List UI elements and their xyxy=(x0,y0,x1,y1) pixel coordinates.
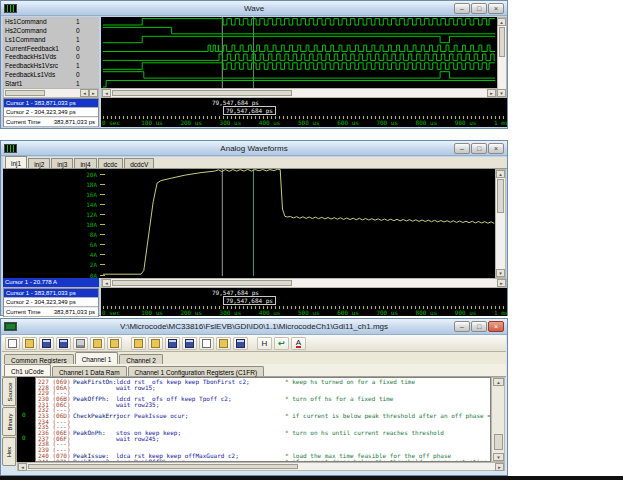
tab-inj3[interactable]: inj3 xyxy=(51,158,73,168)
tab-channel-1-configuration-registers-c1fr-[interactable]: Channel 1 Configuration Registers (C1FR) xyxy=(128,366,264,376)
analog-plot-area[interactable]: 20A18A16A14A12A10A8A6A4A2A0A xyxy=(3,169,506,278)
bottom-window-edge xyxy=(0,476,623,480)
minimize-button[interactable]: – xyxy=(454,143,470,154)
close-button[interactable]: × xyxy=(488,3,504,14)
scroll-left-icon[interactable]: ◄ xyxy=(18,463,27,471)
maximize-button[interactable]: □ xyxy=(471,3,487,14)
scroll-right-icon[interactable]: ► xyxy=(89,89,98,97)
scrollbar-thumb[interactable] xyxy=(497,179,504,213)
signal-row[interactable]: FeedbackLs1Vds0 xyxy=(3,70,99,79)
signal-row[interactable]: FeedbackHs1Vds0 xyxy=(3,52,99,61)
minimize-button[interactable]: – xyxy=(454,3,470,14)
scroll-up-icon[interactable]: ▲ xyxy=(493,378,504,386)
scroll-left-icon[interactable]: ◄ xyxy=(102,89,111,97)
scroll-up-icon[interactable]: ▲ xyxy=(497,18,506,26)
export-file-icon[interactable] xyxy=(90,337,105,350)
wave-vertical-scrollbar[interactable]: ▲ ▼ xyxy=(497,17,507,98)
minimize-button[interactable]: – xyxy=(454,321,470,332)
tab-inj1[interactable]: inj1 xyxy=(5,156,27,168)
breakpoint-marker[interactable]: 0 xyxy=(22,434,26,441)
signal-panel-scrollbar[interactable]: ◄ ► xyxy=(3,88,99,98)
editor-titlebar[interactable]: V:\Microcode\MC33816\FslEVB\GDI\ID0\1.1\… xyxy=(1,319,507,335)
tab-channel-1[interactable]: Channel 1 xyxy=(75,352,119,364)
font-button-glyph: A xyxy=(296,339,301,348)
upload-code-icon[interactable] xyxy=(148,337,163,350)
maximize-button[interactable]: □ xyxy=(471,321,487,332)
cursor-row[interactable]: Current Time383,871,033 ps xyxy=(4,118,98,127)
cursor-row[interactable]: Cursor 1 - 383,871,033 ps xyxy=(4,289,98,298)
signal-row[interactable]: Ls1Command1 xyxy=(3,35,99,44)
analog-cursor-amp-row[interactable]: Cursor 1 - 20.778 A xyxy=(3,278,99,288)
signal-row[interactable]: Hs2Command0 xyxy=(3,26,99,35)
signal-row[interactable]: Hs1Command1 xyxy=(3,17,99,26)
tab-common-registers[interactable]: Common Registers xyxy=(4,354,74,364)
side-tab-hex[interactable]: Hex xyxy=(2,437,16,466)
timeline-tick-label: 700 us xyxy=(376,309,398,316)
analog-horizontal-scrollbar[interactable]: ◄ ► xyxy=(101,278,507,288)
verify-code-icon[interactable] xyxy=(199,337,214,350)
scrollbar-thumb[interactable] xyxy=(494,434,503,450)
save-data-icon[interactable] xyxy=(165,337,180,350)
tab-ch1-ucode[interactable]: Ch1 uCode xyxy=(4,364,51,376)
transfer-icon[interactable] xyxy=(233,337,248,350)
scroll-down-icon[interactable]: ▼ xyxy=(496,269,505,277)
wave-timeline[interactable]: 79,547,684 ps 79,547,684 ps 0 sec100 us2… xyxy=(101,98,507,127)
cursor-row[interactable]: Current Time383,871,033 ps xyxy=(4,308,98,317)
scroll-down-icon[interactable]: ▼ xyxy=(497,89,506,97)
tab-dcdcV[interactable]: dcdcV xyxy=(124,158,154,168)
analog-vertical-scrollbar[interactable]: ▲ ▼ xyxy=(495,169,506,278)
analog-titlebar[interactable]: Analog Waveforms – □ × xyxy=(1,141,507,156)
scroll-up-icon[interactable]: ▲ xyxy=(496,170,505,178)
signal-row[interactable]: Start11 xyxy=(3,79,99,88)
font-button[interactable]: A xyxy=(291,337,306,350)
open-file-icon[interactable] xyxy=(22,337,37,350)
breakpoint-gutter[interactable]: 00 xyxy=(17,377,35,462)
analog-timeline[interactable]: 79,547,684 ps 79,547,684 ps 0 sec100 us2… xyxy=(101,288,507,316)
scroll-left-icon[interactable]: ◄ xyxy=(80,89,89,97)
scrollbar-thumb[interactable] xyxy=(112,90,292,96)
wave-plot-area[interactable] xyxy=(101,17,497,88)
new-file-icon[interactable] xyxy=(5,337,20,350)
scrollbar-thumb[interactable] xyxy=(112,280,292,286)
close-button[interactable]: × xyxy=(488,143,504,154)
side-tab-source[interactable]: Source xyxy=(2,377,16,406)
wave-titlebar[interactable]: Wave – □ × xyxy=(1,1,507,16)
close-button[interactable]: × xyxy=(488,321,504,332)
scrollbar-thumb[interactable] xyxy=(499,27,505,57)
cursor-row[interactable]: Cursor 2 - 304,323,349 ps xyxy=(4,298,98,307)
print-icon[interactable] xyxy=(73,337,88,350)
scroll-down-icon[interactable]: ▼ xyxy=(493,453,504,461)
tab-channel-1-data-ram[interactable]: Channel 1 Data Ram xyxy=(52,366,127,376)
save-as-icon[interactable] xyxy=(56,337,71,350)
cursor-row[interactable]: Cursor 1 - 383,871,033 ps xyxy=(4,99,98,108)
maximize-button[interactable]: □ xyxy=(471,143,487,154)
scroll-right-icon[interactable]: ► xyxy=(497,279,506,287)
undo-icon[interactable]: ↩ xyxy=(274,337,289,350)
cursor-row[interactable]: Cursor 2 - 304,323,349 ps xyxy=(4,108,98,117)
download-code-icon[interactable] xyxy=(131,337,146,350)
signal-name: FeedbackLs1Vds xyxy=(5,71,55,78)
side-tab-binary[interactable]: Binary xyxy=(2,407,16,436)
tab-inj4[interactable]: inj4 xyxy=(74,158,96,168)
scrollbar-thumb[interactable] xyxy=(5,90,45,96)
build-icon[interactable] xyxy=(216,337,231,350)
code-editor-area[interactable]: 227 (069)PeakFirstOn:ldcd rst _ofs keep … xyxy=(35,377,491,462)
scroll-right-icon[interactable]: ► xyxy=(495,463,504,471)
import-file-icon[interactable] xyxy=(107,337,122,350)
signal-row[interactable]: CurrentFeedback10 xyxy=(3,44,99,53)
scroll-left-icon[interactable]: ◄ xyxy=(102,279,111,287)
tab-channel-2[interactable]: Channel 2 xyxy=(119,354,163,364)
editor-horizontal-scrollbar[interactable]: ◄ ► xyxy=(17,462,505,471)
tab-inj2[interactable]: inj2 xyxy=(28,158,50,168)
breakpoint-marker[interactable]: 0 xyxy=(22,411,26,418)
scroll-right-icon[interactable]: ► xyxy=(487,89,496,97)
scrollbar-thumb[interactable] xyxy=(28,464,298,469)
hex-display-button[interactable]: H xyxy=(257,337,272,350)
tab-dcdc[interactable]: dcdc xyxy=(98,158,124,168)
timeline-tick-label: 200 us xyxy=(180,309,202,316)
editor-vertical-scrollbar[interactable]: ▲ ▼ xyxy=(491,377,505,462)
save-config-icon[interactable] xyxy=(182,337,197,350)
save-icon[interactable] xyxy=(39,337,54,350)
wave-horizontal-scrollbar[interactable]: ◄ ► xyxy=(101,88,497,98)
signal-row[interactable]: FeedbackHs1Vsrc1 xyxy=(3,61,99,70)
